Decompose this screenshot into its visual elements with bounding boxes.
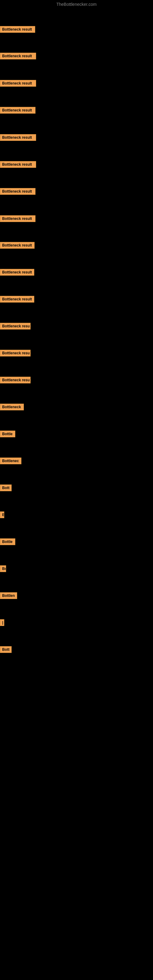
bottleneck-result-row-23: | bbox=[0, 619, 4, 627]
bottleneck-label-5[interactable]: Bottleneck result bbox=[0, 134, 36, 141]
bottleneck-result-row-22: Bottlen bbox=[0, 592, 17, 600]
bottleneck-label-14[interactable]: Bottleneck resu bbox=[0, 377, 30, 383]
bottleneck-result-row-14: Bottleneck resu bbox=[0, 377, 30, 385]
bottleneck-result-row-6: Bottleneck result bbox=[0, 161, 36, 169]
bottleneck-result-row-24: Bott bbox=[0, 646, 12, 654]
bottleneck-result-row-9: Bottleneck result bbox=[0, 242, 35, 250]
bottleneck-label-24[interactable]: Bott bbox=[0, 646, 12, 653]
bottleneck-label-21[interactable]: Bo bbox=[0, 565, 6, 572]
bottleneck-result-row-3: Bottleneck result bbox=[0, 80, 36, 88]
bottleneck-result-row-21: Bo bbox=[0, 565, 6, 573]
bottleneck-label-1[interactable]: Bottleneck result bbox=[0, 26, 35, 33]
bottleneck-label-19[interactable]: B bbox=[0, 511, 4, 518]
bottleneck-label-12[interactable]: Bottleneck resu bbox=[0, 323, 30, 329]
bottleneck-label-6[interactable]: Bottleneck result bbox=[0, 161, 36, 168]
bottleneck-label-17[interactable]: Bottlenec bbox=[0, 458, 21, 464]
bottleneck-result-row-12: Bottleneck resu bbox=[0, 323, 30, 331]
bottleneck-result-row-2: Bottleneck result bbox=[0, 52, 36, 60]
bottleneck-result-row-10: Bottleneck result bbox=[0, 269, 34, 277]
bottleneck-result-row-18: Bott bbox=[0, 485, 12, 492]
bottleneck-label-15[interactable]: Bottleneck bbox=[0, 404, 24, 410]
bottleneck-label-4[interactable]: Bottleneck result bbox=[0, 107, 35, 114]
bottleneck-label-23[interactable]: | bbox=[0, 619, 4, 626]
bottleneck-result-row-7: Bottleneck result bbox=[0, 188, 35, 196]
bottleneck-result-row-20: Bottle bbox=[0, 538, 15, 546]
bottleneck-result-row-16: Bottle bbox=[0, 431, 15, 439]
bottleneck-result-row-17: Bottlenec bbox=[0, 458, 21, 466]
bottleneck-label-10[interactable]: Bottleneck result bbox=[0, 269, 34, 275]
bottleneck-label-7[interactable]: Bottleneck result bbox=[0, 188, 35, 195]
bottleneck-result-row-15: Bottleneck bbox=[0, 404, 24, 412]
bottleneck-label-13[interactable]: Bottleneck resu bbox=[0, 350, 30, 356]
bottleneck-result-row-5: Bottleneck result bbox=[0, 134, 36, 142]
bottleneck-label-2[interactable]: Bottleneck result bbox=[0, 52, 36, 59]
bottleneck-label-16[interactable]: Bottle bbox=[0, 431, 15, 438]
bottleneck-result-row-11: Bottleneck result bbox=[0, 296, 34, 304]
bottleneck-label-11[interactable]: Bottleneck result bbox=[0, 296, 34, 302]
bottleneck-label-18[interactable]: Bott bbox=[0, 485, 12, 491]
bottleneck-result-row-8: Bottleneck result bbox=[0, 215, 35, 223]
bottleneck-result-row-4: Bottleneck result bbox=[0, 107, 35, 115]
bottleneck-result-row-13: Bottleneck resu bbox=[0, 350, 30, 358]
bottleneck-result-row-19: B bbox=[0, 511, 4, 519]
bottleneck-label-22[interactable]: Bottlen bbox=[0, 592, 17, 599]
bottleneck-label-3[interactable]: Bottleneck result bbox=[0, 80, 36, 87]
bottleneck-result-row-1: Bottleneck result bbox=[0, 26, 35, 34]
bottleneck-label-9[interactable]: Bottleneck result bbox=[0, 242, 35, 249]
bottleneck-label-20[interactable]: Bottle bbox=[0, 538, 15, 545]
bottleneck-label-8[interactable]: Bottleneck result bbox=[0, 215, 35, 222]
site-title: TheBottlenecker.com bbox=[0, 0, 153, 9]
